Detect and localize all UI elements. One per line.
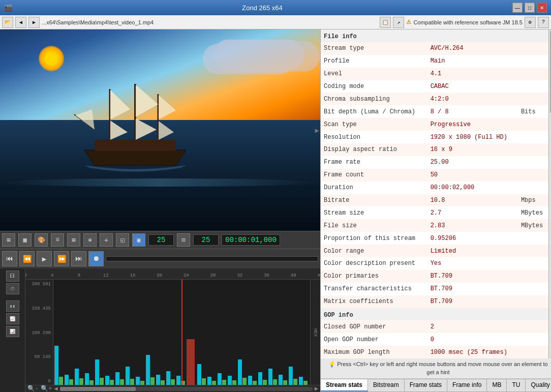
bar-green (273, 379, 277, 385)
playback-bar: ⏮ ⏪ ▶ ⏩ ⏭ ⏺ (0, 249, 320, 268)
ruler-mark: 44 (318, 273, 320, 278)
bar-cyan (279, 375, 283, 385)
marker-button[interactable]: ▣ (132, 233, 145, 247)
bar-green (69, 379, 73, 385)
bar-group (248, 376, 257, 385)
tab-frame-info[interactable]: Frame info (447, 379, 487, 391)
table-row: Open GOP number 0 (321, 333, 548, 346)
scroll-thumb[interactable] (60, 387, 136, 391)
bar-group (115, 372, 124, 385)
view-mode-button[interactable]: ▦ (18, 233, 32, 247)
bar-cyan (115, 372, 119, 385)
nav-forward-button[interactable]: ▶ (28, 17, 40, 28)
pan-button[interactable]: ✛ (100, 233, 113, 247)
bar-green (161, 380, 165, 385)
timeline-scroll-bar: 🔍- 🔍+ ◀ ▶ (25, 385, 320, 392)
bar-green (253, 381, 257, 385)
file-path: ...x64\Samples\Media\mp4\test_video_1.mp… (42, 19, 378, 25)
bar-green (150, 377, 155, 385)
table-row: Frame rate 25.00 (321, 156, 548, 169)
tabs-bar: Stream stats Bitstream Frame stats Frame… (321, 379, 551, 392)
go-start-button[interactable]: ⏮ (2, 251, 17, 266)
frame-step-icon[interactable]: ⊡ (177, 233, 190, 247)
fullscreen-button[interactable]: ⊞ (2, 233, 15, 247)
table-row: Profile Main (321, 55, 548, 68)
list-button[interactable]: ≡ (51, 233, 64, 247)
total-frame-display: 25 (193, 234, 219, 246)
playhead-arrow (179, 280, 185, 281)
table-row: Closed GOP number 2 (321, 320, 548, 333)
video-display (0, 29, 320, 231)
bar-green (283, 380, 287, 385)
bar-cyan (85, 373, 89, 385)
timeline-scrollbar-h[interactable] (106, 256, 318, 261)
bar-group (258, 372, 267, 385)
bar-cyan (197, 364, 201, 385)
grid-button[interactable]: ⊞ (67, 233, 80, 247)
zoom-in-button[interactable]: ⊕ (83, 233, 97, 247)
bar-group (289, 367, 297, 385)
bar-group (126, 367, 134, 385)
record-button[interactable]: ⏺ (88, 251, 104, 266)
scroll-track[interactable] (60, 387, 313, 391)
bar-cyan (299, 377, 303, 385)
table-row: Display aspect ratio 16 x 9 (321, 143, 548, 156)
close-button[interactable]: ✕ (537, 3, 547, 13)
bar-group-highlight (187, 339, 196, 385)
time-display: 00:00:01,000 (222, 234, 280, 246)
play-button[interactable]: ▶ (37, 251, 52, 266)
table-row: Proportion of this stream 0.95206 (321, 232, 548, 245)
tab-bitstream[interactable]: Bitstream (368, 379, 405, 391)
chart-type-bar[interactable]: ▮▮ (6, 300, 19, 312)
bar-cyan (176, 376, 180, 385)
ruler-mark: 40 (291, 273, 296, 278)
minimize-button[interactable]: — (512, 3, 523, 13)
copy-button[interactable]: 📋 (380, 17, 391, 28)
tab-frame-stats[interactable]: Frame stats (405, 379, 447, 391)
ship-graphic (64, 79, 206, 180)
timeline-mode-time[interactable]: ⏱ (6, 283, 19, 294)
bar-cyan (54, 346, 58, 385)
step-forward-button[interactable]: ⏩ (54, 251, 69, 266)
table-row: Resolution 1920 x 1080 (Full HD) (321, 131, 548, 143)
share-button[interactable]: ↗ (393, 17, 404, 28)
scroll-right-arrow[interactable]: ▶ (315, 126, 319, 135)
info-scroll-area[interactable]: File info Stream type AVC/H.264 Profile … (321, 29, 551, 358)
table-row: File size 2.83 MBytes (321, 219, 548, 232)
open-file-button[interactable]: 📂 (2, 17, 13, 28)
scroll-right-button[interactable]: ▶ (315, 385, 318, 392)
settings-button[interactable]: ⚙ (525, 17, 536, 28)
window-controls: — □ ✕ (512, 3, 547, 13)
zoom-in-button[interactable]: 🔍+ (41, 385, 52, 392)
ruler-mark: 0 (25, 273, 27, 278)
help-button[interactable]: ? (538, 17, 549, 28)
table-row: Transfer characteristics BT.709 (321, 283, 548, 295)
ruler-mark: 28 (210, 273, 216, 278)
chart-type-line[interactable]: 📈 (6, 313, 19, 324)
step-back-button[interactable]: ⏪ (19, 251, 35, 266)
table-row: Maximum GOP length 1000 msec (25 frames) (321, 346, 548, 358)
hint-icon: 💡 (328, 361, 335, 367)
bar-group (85, 373, 94, 385)
scroll-left-button[interactable]: ◀ (54, 385, 57, 392)
tab-quality[interactable]: Quality (526, 379, 551, 391)
crop-button[interactable]: ◱ (116, 233, 129, 247)
timeline-mode-frames[interactable]: 🎞 (6, 270, 19, 282)
nav-back-button[interactable]: ◀ (15, 17, 26, 28)
bar-green (232, 380, 236, 385)
bar-group (105, 376, 114, 385)
zoom-out-button[interactable]: 🔍- (27, 385, 39, 392)
chart-type-area[interactable]: 📊 (6, 326, 19, 337)
color-button[interactable]: 🎨 (35, 233, 48, 247)
maximize-button[interactable]: □ (525, 3, 535, 13)
tab-tu[interactable]: TU (507, 379, 526, 391)
tab-stream-stats[interactable]: Stream stats (321, 379, 368, 391)
table-row: Bitrate 10.8 Mbps (321, 194, 548, 207)
go-end-button[interactable]: ⏭ (71, 251, 86, 266)
right-scrollbar[interactable] (548, 29, 551, 358)
tab-mb[interactable]: MB (487, 379, 507, 391)
bar-group (156, 375, 165, 385)
bar-green (120, 379, 124, 385)
video-controls-bar: ⊞ ▦ 🎨 ≡ ⊞ ⊕ ✛ ◱ ▣ 25 ⊡ 25 00:00:01,000 (0, 231, 320, 249)
file-info-table: File info Stream type AVC/H.264 Profile … (321, 29, 548, 358)
